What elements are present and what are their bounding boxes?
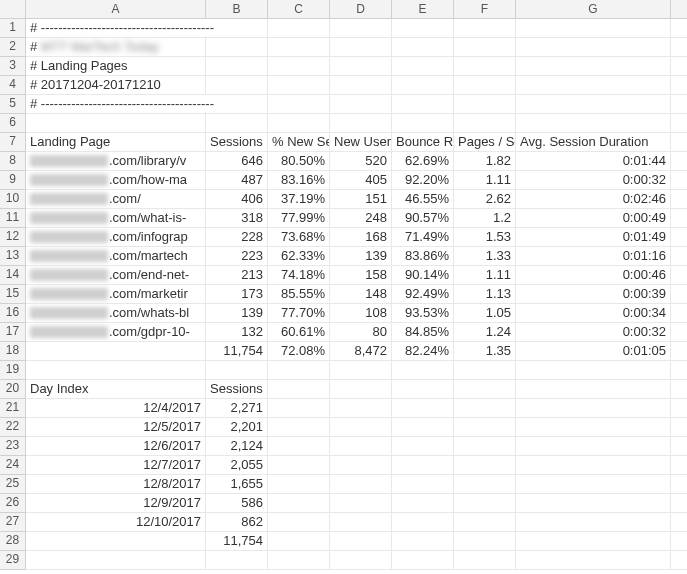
cell-H15[interactable]	[671, 285, 687, 304]
cell-D4[interactable]	[330, 76, 392, 95]
cell-G5[interactable]	[516, 95, 671, 114]
cell-D24[interactable]	[330, 456, 392, 475]
cell-G29[interactable]	[516, 551, 671, 570]
cell-H14[interactable]	[671, 266, 687, 285]
cell-F26[interactable]	[454, 494, 516, 513]
cell-F2[interactable]	[454, 38, 516, 57]
cell-A1[interactable]: # --------------------------------------…	[26, 19, 206, 38]
cell-G17[interactable]: 0:00:32	[516, 323, 671, 342]
cell-C4[interactable]	[268, 76, 330, 95]
cell-A17[interactable]: .com/gdpr-10-	[26, 323, 206, 342]
cell-A7[interactable]: Landing Page	[26, 133, 206, 152]
cell-E14[interactable]: 90.14%	[392, 266, 454, 285]
cell-D21[interactable]	[330, 399, 392, 418]
cell-F1[interactable]	[454, 19, 516, 38]
cell-B5[interactable]	[206, 95, 268, 114]
col-header-A[interactable]: A	[26, 0, 206, 19]
cell-B1[interactable]	[206, 19, 268, 38]
cell-E9[interactable]: 92.20%	[392, 171, 454, 190]
cell-F14[interactable]: 1.11	[454, 266, 516, 285]
cell-D13[interactable]: 139	[330, 247, 392, 266]
cell-G19[interactable]	[516, 361, 671, 380]
cell-A26[interactable]: 12/9/2017	[26, 494, 206, 513]
cell-D6[interactable]	[330, 114, 392, 133]
cell-C24[interactable]	[268, 456, 330, 475]
cell-C26[interactable]	[268, 494, 330, 513]
col-header-B[interactable]: B	[206, 0, 268, 19]
row-header-26[interactable]: 26	[0, 494, 26, 513]
cell-F9[interactable]: 1.11	[454, 171, 516, 190]
cell-F29[interactable]	[454, 551, 516, 570]
cell-H27[interactable]	[671, 513, 687, 532]
col-header-D[interactable]: D	[330, 0, 392, 19]
cell-H25[interactable]	[671, 475, 687, 494]
cell-D17[interactable]: 80	[330, 323, 392, 342]
cell-D19[interactable]	[330, 361, 392, 380]
row-header-11[interactable]: 11	[0, 209, 26, 228]
row-header-25[interactable]: 25	[0, 475, 26, 494]
cell-H18[interactable]	[671, 342, 687, 361]
cell-B11[interactable]: 318	[206, 209, 268, 228]
cell-C13[interactable]: 62.33%	[268, 247, 330, 266]
cell-A27[interactable]: 12/10/2017	[26, 513, 206, 532]
cell-D11[interactable]: 248	[330, 209, 392, 228]
cell-C6[interactable]	[268, 114, 330, 133]
cell-E19[interactable]	[392, 361, 454, 380]
cell-H5[interactable]	[671, 95, 687, 114]
row-header-9[interactable]: 9	[0, 171, 26, 190]
cell-A15[interactable]: .com/marketir	[26, 285, 206, 304]
cell-B10[interactable]: 406	[206, 190, 268, 209]
cell-G8[interactable]: 0:01:44	[516, 152, 671, 171]
cell-D3[interactable]	[330, 57, 392, 76]
cell-G3[interactable]	[516, 57, 671, 76]
cell-C18[interactable]: 72.08%	[268, 342, 330, 361]
cell-D1[interactable]	[330, 19, 392, 38]
cell-D16[interactable]: 108	[330, 304, 392, 323]
cell-B14[interactable]: 213	[206, 266, 268, 285]
cell-C7[interactable]: % New Sessions	[268, 133, 330, 152]
cell-B8[interactable]: 646	[206, 152, 268, 171]
cell-D15[interactable]: 148	[330, 285, 392, 304]
cell-G27[interactable]	[516, 513, 671, 532]
cell-G21[interactable]	[516, 399, 671, 418]
cell-D5[interactable]	[330, 95, 392, 114]
cell-H22[interactable]	[671, 418, 687, 437]
cell-B29[interactable]	[206, 551, 268, 570]
row-header-3[interactable]: 3	[0, 57, 26, 76]
cell-E2[interactable]	[392, 38, 454, 57]
cell-A19[interactable]	[26, 361, 206, 380]
cell-F15[interactable]: 1.13	[454, 285, 516, 304]
cell-G15[interactable]: 0:00:39	[516, 285, 671, 304]
cell-A14[interactable]: .com/end-net-	[26, 266, 206, 285]
cell-B7[interactable]: Sessions	[206, 133, 268, 152]
cell-D2[interactable]	[330, 38, 392, 57]
cell-A13[interactable]: .com/martech	[26, 247, 206, 266]
cell-G6[interactable]	[516, 114, 671, 133]
cell-A10[interactable]: .com/	[26, 190, 206, 209]
cell-B23[interactable]: 2,124	[206, 437, 268, 456]
cell-B17[interactable]: 132	[206, 323, 268, 342]
col-header-G[interactable]: G	[516, 0, 671, 19]
cell-E5[interactable]	[392, 95, 454, 114]
cell-H6[interactable]	[671, 114, 687, 133]
cell-E28[interactable]	[392, 532, 454, 551]
cell-F5[interactable]	[454, 95, 516, 114]
row-header-7[interactable]: 7	[0, 133, 26, 152]
cell-H10[interactable]	[671, 190, 687, 209]
cell-E22[interactable]	[392, 418, 454, 437]
cell-H19[interactable]	[671, 361, 687, 380]
cell-G26[interactable]	[516, 494, 671, 513]
cell-B12[interactable]: 228	[206, 228, 268, 247]
select-all-corner[interactable]	[0, 0, 26, 19]
cell-C3[interactable]	[268, 57, 330, 76]
cell-D28[interactable]	[330, 532, 392, 551]
cell-C11[interactable]: 77.99%	[268, 209, 330, 228]
cell-H26[interactable]	[671, 494, 687, 513]
cell-B21[interactable]: 2,271	[206, 399, 268, 418]
cell-G20[interactable]	[516, 380, 671, 399]
cell-G16[interactable]: 0:00:34	[516, 304, 671, 323]
cell-F24[interactable]	[454, 456, 516, 475]
row-header-15[interactable]: 15	[0, 285, 26, 304]
cell-F18[interactable]: 1.35	[454, 342, 516, 361]
cell-C2[interactable]	[268, 38, 330, 57]
